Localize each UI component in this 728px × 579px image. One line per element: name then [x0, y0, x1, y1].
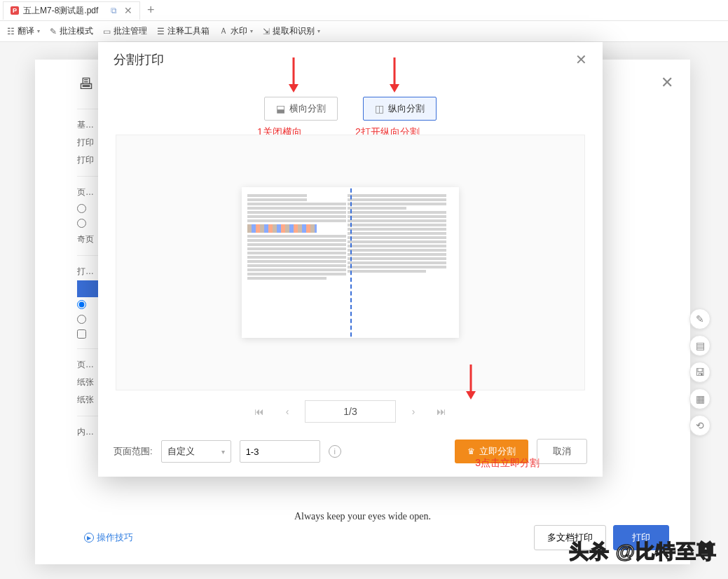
- vertical-split-icon: ◫: [375, 103, 384, 114]
- image-watermark: 头杀 @比特至尊: [569, 538, 717, 565]
- range-mode-select[interactable]: 自定义▾: [161, 440, 231, 463]
- side-icon-4[interactable]: ▦: [689, 388, 710, 409]
- layout-chk[interactable]: [77, 329, 86, 339]
- document-tab[interactable]: P 五上M7-8测试题.pdf ⧉ ✕: [3, 1, 140, 20]
- translate-icon: ☷: [7, 27, 15, 36]
- split-print-modal: 分割打印 ✕ ⬓ 横向分割 ◫ 纵向分割 1关闭横向 2打开纵向分割: [98, 42, 603, 477]
- tab-title: 五上M7-8测试题.pdf: [23, 5, 98, 17]
- side-tool-icons: ✎ ▤ 🖫 ▦ ⟲: [689, 308, 710, 436]
- first-page-button[interactable]: ⏮: [249, 401, 270, 422]
- side-icon-5[interactable]: ⟲: [689, 415, 710, 436]
- vertical-split-button[interactable]: ◫ 纵向分割: [363, 97, 437, 121]
- prev-page-button[interactable]: ‹: [277, 401, 298, 422]
- annotation-arrow-2: [390, 57, 399, 93]
- page-navigator: ⏮ ‹ 1/3 › ⏭: [249, 400, 452, 423]
- toolbox-icon: ☰: [157, 27, 165, 36]
- tool-translate[interactable]: ☷翻译▾: [7, 25, 40, 37]
- annotation-3: 3点击立即分割: [475, 457, 540, 470]
- play-icon: ▶: [84, 533, 94, 543]
- tool-extract-ocr[interactable]: ⇲提取和识别▾: [263, 25, 320, 37]
- horizontal-split-icon: ⬓: [276, 103, 285, 114]
- manage-icon: ▭: [103, 27, 111, 36]
- crown-icon: ♛: [467, 447, 475, 456]
- thumb-image-strip: [247, 224, 317, 233]
- tool-annotate-mode[interactable]: ✎批注模式: [50, 25, 93, 37]
- close-tab-icon[interactable]: ✕: [124, 5, 132, 16]
- tool-annotate-tools[interactable]: ☰注释工具箱: [157, 25, 210, 37]
- range-label: 页面范围:: [114, 445, 153, 458]
- tab-bar: P 五上M7-8测试题.pdf ⧉ ✕ +: [0, 0, 728, 21]
- last-page-button[interactable]: ⏭: [431, 401, 452, 422]
- range-input[interactable]: [240, 440, 320, 463]
- side-icon-2[interactable]: ▤: [689, 335, 710, 356]
- close-print-dialog-icon[interactable]: ✕: [661, 74, 673, 92]
- split-preview-area: [116, 135, 585, 390]
- side-icon-3[interactable]: 🖫: [689, 362, 710, 383]
- tool-watermark[interactable]: Ａ水印▾: [219, 25, 253, 37]
- layout-opt-1[interactable]: [77, 300, 86, 309]
- close-modal-icon[interactable]: ✕: [575, 51, 587, 68]
- tool-annotate-manage[interactable]: ▭批注管理: [103, 25, 147, 37]
- toolbar: ☷翻译▾ ✎批注模式 ▭批注管理 ☰注释工具箱 Ａ水印▾ ⇲提取和识别▾: [0, 21, 728, 42]
- preview-bottom-text: Always keep your eyes wide open.: [35, 511, 690, 522]
- split-divider[interactable]: [350, 187, 352, 338]
- side-icon-1[interactable]: ✎: [689, 308, 710, 329]
- printer-icon: 🖶: [78, 75, 94, 93]
- new-tab-button[interactable]: +: [140, 3, 161, 18]
- tips-link[interactable]: ▶操作技巧: [84, 531, 133, 544]
- cancel-button[interactable]: 取消: [537, 439, 587, 464]
- annotation-arrow-3: [467, 365, 475, 400]
- annotation-arrow-1: [289, 57, 298, 93]
- edit-icon: ✎: [50, 27, 57, 36]
- watermark-icon: Ａ: [219, 25, 228, 37]
- layout-opt-2[interactable]: [77, 315, 86, 324]
- page-indicator[interactable]: 1/3: [305, 400, 396, 423]
- page-opt-1[interactable]: [77, 204, 86, 213]
- page-opt-2[interactable]: [77, 219, 86, 228]
- info-icon[interactable]: i: [329, 445, 341, 458]
- next-page-button[interactable]: ›: [403, 401, 424, 422]
- extract-icon: ⇲: [263, 27, 270, 36]
- modal-title: 分割打印: [114, 51, 164, 68]
- window-icon[interactable]: ⧉: [111, 6, 117, 15]
- horizontal-split-button[interactable]: ⬓ 横向分割: [264, 97, 338, 121]
- pdf-badge-icon: P: [11, 6, 19, 15]
- page-thumbnail: [242, 187, 459, 338]
